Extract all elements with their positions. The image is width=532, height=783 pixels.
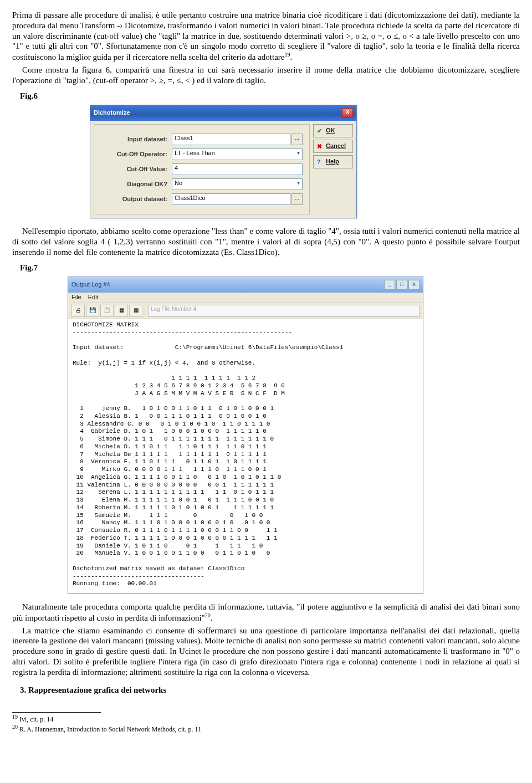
save-icon[interactable]: 💾 — [86, 305, 99, 317]
log-file-field: Log File Number 4 — [148, 305, 420, 317]
minimize-button[interactable]: _ — [384, 280, 395, 290]
output-dataset-label: Output dataset: — [101, 196, 172, 203]
diagonal-ok-select[interactable]: No — [172, 178, 303, 190]
browse-output-button[interactable]: ... — [291, 193, 303, 205]
output-text: DICHOTOMIZE MATRIX ---------------------… — [68, 319, 423, 593]
help-button[interactable]: Help — [313, 155, 353, 168]
cancel-button[interactable]: Cancel — [313, 140, 353, 153]
input-dataset-label: Input dataset: — [101, 136, 172, 144]
close-button[interactable]: X — [342, 108, 353, 118]
paragraph-3: Nell'esempio riportato, abbiamo scelto c… — [12, 226, 520, 257]
figure-6-label: Fig.6 — [20, 91, 520, 101]
menu-edit[interactable]: Edit — [88, 294, 99, 301]
footnote-19: 19 Ivi, cit. p. 14 — [12, 714, 520, 724]
output-log-window: Output Log #4 _ □ X File Edit 🖨 💾 📋 ▦ ▦ … — [68, 277, 423, 594]
footnote-20: 20 R. A. Hanneman, Introduction to Socia… — [12, 724, 520, 734]
paragraph-5: La matrice che stiamo esaminando ci cons… — [12, 626, 520, 678]
output-titlebar: Output Log #4 _ □ X — [68, 277, 423, 293]
footnote-ref-20: 20 — [205, 612, 211, 618]
output-title: Output Log #4 — [71, 281, 110, 289]
dichotomize-dialog: Dichotomize X Input dataset: Class1 ... … — [90, 105, 357, 218]
footnote-ref-19: 19 — [284, 52, 290, 58]
menu-file[interactable]: File — [71, 294, 81, 301]
input-dataset-field[interactable]: Class1 — [172, 134, 290, 145]
cutoff-value-label: Cut-Off Value: — [101, 166, 172, 173]
cutoff-value-field[interactable]: 4 — [172, 163, 303, 175]
output-dataset-field[interactable]: Class1Dico — [172, 193, 290, 205]
x-icon — [317, 143, 324, 150]
grid2-icon[interactable]: ▦ — [129, 305, 142, 317]
footnote-separator — [12, 712, 101, 713]
section-3-title: 3. Rappresentazione grafica dei networks — [20, 685, 520, 695]
maximize-button[interactable]: □ — [396, 280, 407, 290]
print-icon[interactable]: 🖨 — [71, 305, 85, 317]
dialog-titlebar: Dichotomize X — [90, 105, 356, 121]
grid-icon[interactable]: ▦ — [115, 305, 128, 317]
browse-input-button[interactable]: ... — [291, 134, 303, 145]
cutoff-operator-label: Cut-Off Operator: — [101, 151, 172, 158]
diagonal-ok-label: Diagonal OK? — [101, 181, 172, 188]
ok-button[interactable]: OK — [313, 124, 353, 137]
check-icon — [317, 127, 324, 134]
cutoff-operator-select[interactable]: LT - Less Than — [172, 149, 303, 160]
paragraph-1: Prima di passare alle procedure di anali… — [12, 10, 520, 63]
dialog-title: Dichotomize — [94, 109, 130, 117]
copy-icon[interactable]: 📋 — [100, 305, 114, 317]
paragraph-2: Come mostra la figura 6, comparirà una f… — [12, 65, 520, 86]
paragraph-4: Naturalmente tale procedura comporta qua… — [12, 602, 520, 623]
close-output-button[interactable]: X — [408, 280, 420, 290]
figure-7-label: Fig.7 — [20, 263, 520, 273]
help-icon — [317, 158, 324, 165]
